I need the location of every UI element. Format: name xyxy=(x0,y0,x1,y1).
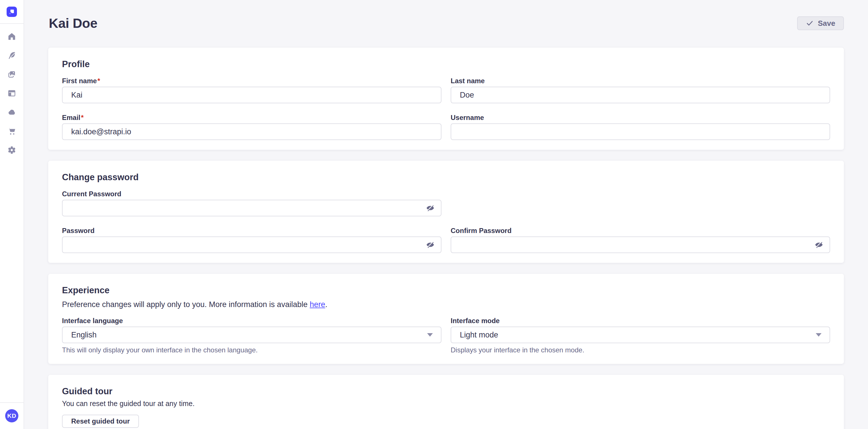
email-label: Email* xyxy=(62,113,441,122)
cart-icon xyxy=(7,127,16,135)
new-password-label-text: Password xyxy=(62,227,94,234)
first-name-field: First name* xyxy=(62,77,441,103)
email-label-text: Email xyxy=(62,113,81,121)
interface-mode-value: Light mode xyxy=(460,331,498,339)
first-name-input[interactable] xyxy=(62,87,441,103)
confirm-password-label-text: Confirm Password xyxy=(451,227,512,234)
toggle-current-password-visibility-button[interactable] xyxy=(425,203,435,213)
guided-tour-description: You can reset the guided tour at any tim… xyxy=(62,399,830,408)
interface-language-select[interactable]: English xyxy=(62,327,441,343)
eye-slash-icon xyxy=(426,204,434,212)
current-password-input[interactable] xyxy=(62,200,441,217)
sidebar-footer: KD xyxy=(0,402,24,429)
interface-language-value: English xyxy=(71,331,97,339)
username-label-text: Username xyxy=(451,113,484,121)
chevron-down-icon xyxy=(427,333,433,337)
sidebar-item-settings[interactable] xyxy=(5,146,18,154)
sidebar-item-media-library[interactable] xyxy=(5,70,18,78)
experience-description-suffix: . xyxy=(325,300,328,309)
last-name-label-text: Last name xyxy=(451,77,485,85)
strapi-logo[interactable] xyxy=(0,0,24,24)
sidebar-item-content-type-builder[interactable] xyxy=(5,89,18,98)
cloud-icon xyxy=(7,108,16,117)
interface-mode-label-text: Interface mode xyxy=(451,317,500,325)
interface-language-field: Interface language English This will onl… xyxy=(62,317,441,354)
sidebar-item-deploy[interactable] xyxy=(5,108,18,117)
new-password-input[interactable] xyxy=(62,236,441,253)
toggle-confirm-password-visibility-button[interactable] xyxy=(814,240,824,250)
save-button-label: Save xyxy=(818,19,835,28)
check-icon xyxy=(806,19,814,27)
images-icon xyxy=(7,70,16,78)
interface-mode-label: Interface mode xyxy=(451,317,830,325)
current-password-label-text: Current Password xyxy=(62,190,121,198)
reset-guided-tour-button[interactable]: Reset guided tour xyxy=(62,415,139,428)
avatar[interactable]: KD xyxy=(5,409,19,422)
eye-slash-icon xyxy=(426,241,434,249)
required-asterisk: * xyxy=(97,77,100,85)
current-password-input-wrap xyxy=(62,200,441,217)
last-name-input[interactable] xyxy=(451,87,830,103)
eye-slash-icon xyxy=(815,241,823,249)
profile-field-grid: First name* Last name Email* Username xyxy=(62,77,830,140)
last-name-label: Last name xyxy=(451,77,830,85)
password-grid-spacer xyxy=(451,190,830,217)
current-password-field: Current Password xyxy=(62,190,441,217)
change-password-section-title: Change password xyxy=(62,172,830,183)
interface-mode-field: Interface mode Light mode Displays your … xyxy=(451,317,830,354)
interface-language-hint: This will only display your own interfac… xyxy=(62,346,441,354)
page-title: Kai Doe xyxy=(49,15,97,31)
username-field: Username xyxy=(451,113,830,140)
sidebar-item-marketplace[interactable] xyxy=(5,127,18,135)
page-header: Kai Doe Save xyxy=(48,15,844,31)
profile-section-title: Profile xyxy=(62,59,830,69)
guided-tour-section-title: Guided tour xyxy=(62,386,830,397)
sidebar-nav xyxy=(5,24,18,154)
profile-card: Profile First name* Last name Email* xyxy=(48,47,844,150)
current-password-label: Current Password xyxy=(62,190,441,198)
new-password-label: Password xyxy=(62,227,441,235)
gear-icon xyxy=(7,146,16,154)
sidebar-item-content-manager[interactable] xyxy=(5,51,18,60)
experience-section-title: Experience xyxy=(62,285,830,296)
password-field-grid: Current Password xyxy=(62,190,830,253)
interface-mode-select[interactable]: Light mode xyxy=(451,327,830,343)
experience-field-grid: Interface language English This will onl… xyxy=(62,317,830,354)
experience-card: Experience Preference changes will apply… xyxy=(48,274,844,364)
email-input[interactable] xyxy=(62,123,441,140)
save-button[interactable]: Save xyxy=(797,16,844,30)
interface-language-label-text: Interface language xyxy=(62,317,123,325)
change-password-card: Change password Current Password xyxy=(48,161,844,263)
sidebar: KD xyxy=(0,0,24,429)
email-field: Email* xyxy=(62,113,441,140)
interface-mode-hint: Displays your interface in the chosen mo… xyxy=(451,346,830,354)
toggle-new-password-visibility-button[interactable] xyxy=(425,240,435,250)
confirm-password-input[interactable] xyxy=(451,236,830,253)
layout-icon xyxy=(7,89,16,98)
main-content: Kai Doe Save Profile First name* Last na… xyxy=(24,0,868,429)
strapi-logo-icon xyxy=(7,7,17,17)
home-icon xyxy=(7,32,16,41)
more-information-link[interactable]: here xyxy=(310,300,325,309)
new-password-field: Password xyxy=(62,227,441,253)
interface-language-label: Interface language xyxy=(62,317,441,325)
confirm-password-field: Confirm Password xyxy=(451,227,830,253)
chevron-down-icon xyxy=(816,333,822,337)
confirm-password-input-wrap xyxy=(451,236,830,253)
experience-description-prefix: Preference changes will apply only to yo… xyxy=(62,300,310,309)
required-asterisk: * xyxy=(81,113,84,121)
username-input[interactable] xyxy=(451,123,830,140)
last-name-field: Last name xyxy=(451,77,830,103)
experience-description: Preference changes will apply only to yo… xyxy=(62,300,830,309)
sidebar-item-home[interactable] xyxy=(5,32,18,41)
first-name-label: First name* xyxy=(62,77,441,85)
first-name-label-text: First name xyxy=(62,77,97,85)
guided-tour-card: Guided tour You can reset the guided tou… xyxy=(48,375,844,429)
username-label: Username xyxy=(451,113,830,122)
new-password-input-wrap xyxy=(62,236,441,253)
confirm-password-label: Confirm Password xyxy=(451,227,830,235)
feather-icon xyxy=(7,51,16,60)
